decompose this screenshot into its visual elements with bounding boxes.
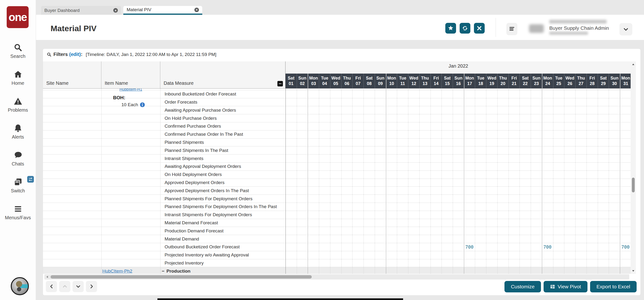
pivot-cell[interactable] [531,89,542,90]
pivot-cell[interactable] [475,243,486,251]
pivot-cell[interactable] [464,90,475,98]
pivot-cell[interactable] [330,243,341,251]
pivot-cell[interactable] [419,90,430,98]
pivot-cell[interactable] [609,259,620,267]
pivot-cell[interactable] [553,179,564,187]
info-icon[interactable] [140,102,145,107]
pivot-cell[interactable] [475,89,486,90]
pivot-cell[interactable] [408,187,419,194]
pivot-cell[interactable] [419,98,430,106]
pivot-cell[interactable] [598,139,609,147]
pivot-cell[interactable] [475,211,486,219]
pivot-cell[interactable] [508,90,520,98]
pivot-cell[interactable] [453,171,464,178]
pivot-cell[interactable] [486,106,497,114]
pivot-cell[interactable] [319,259,330,267]
pivot-cell[interactable] [442,90,453,98]
pivot-cell[interactable] [598,235,609,243]
pivot-cell[interactable] [531,139,542,147]
pivot-cell[interactable] [486,219,497,227]
pivot-cell[interactable] [397,235,408,243]
pivot-cell[interactable] [364,131,375,138]
pivot-cell[interactable] [364,179,375,187]
pivot-cell[interactable] [475,219,486,227]
pivot-cell[interactable] [497,106,508,114]
pivot-cell[interactable] [442,235,453,243]
pivot-cell[interactable] [442,227,453,235]
pivot-cell[interactable] [375,139,386,147]
pivot-cell[interactable] [520,259,531,267]
pivot-cell[interactable] [364,203,375,211]
pivot-cell[interactable] [352,98,364,106]
pivot-cell[interactable] [286,227,297,235]
pivot-cell[interactable] [419,163,430,170]
pivot-cell[interactable] [553,106,564,114]
pivot-cell[interactable] [553,131,564,138]
pivot-cell[interactable] [598,122,609,130]
sidebar-item-search[interactable]: Search [0,38,36,65]
pivot-cell[interactable] [442,163,453,170]
customize-button[interactable]: Customize [504,281,541,292]
pivot-cell[interactable] [297,154,308,162]
pivot-cell[interactable] [297,243,308,251]
pivot-cell[interactable] [297,251,308,259]
pivot-cell[interactable] [620,259,631,267]
pivot-cell[interactable] [330,131,341,138]
pivot-cell[interactable] [542,122,553,130]
pivot-cell[interactable] [286,203,297,211]
pivot-cell[interactable] [553,122,564,130]
pivot-cell[interactable] [520,187,531,194]
pivot-cell[interactable] [575,98,586,106]
pivot-cell[interactable] [375,195,386,203]
pivot-cell[interactable] [542,179,553,187]
pivot-cell[interactable] [430,203,442,211]
pivot-cell[interactable] [531,154,542,162]
pivot-cell[interactable] [297,203,308,211]
pivot-cell[interactable] [609,179,620,187]
pivot-cell[interactable] [464,147,475,154]
pivot-cell[interactable] [620,154,631,162]
pivot-cell[interactable] [386,211,397,219]
pivot-cell[interactable] [397,98,408,106]
pivot-cell[interactable] [598,90,609,98]
collapse-all-button[interactable] [278,81,283,86]
pivot-cell[interactable] [586,171,598,178]
pivot-cell[interactable] [352,211,364,219]
pivot-cell[interactable] [375,147,386,154]
pivot-cell[interactable] [386,195,397,203]
pivot-cell[interactable] [308,122,319,130]
pivot-cell[interactable] [620,89,631,90]
pivot-cell[interactable] [553,211,564,219]
pivot-cell[interactable] [297,187,308,194]
pivot-cell[interactable] [620,122,631,130]
pivot-cell[interactable] [486,243,497,251]
pivot-cell[interactable] [453,187,464,194]
pivot-cell[interactable] [520,267,531,274]
user-avatar[interactable] [11,277,29,295]
pivot-cell[interactable] [319,187,330,194]
favorite-button[interactable] [445,23,456,34]
pivot-cell[interactable] [341,106,352,114]
pivot-cell[interactable] [586,139,598,147]
pivot-cell[interactable] [564,243,575,251]
pivot-cell[interactable] [575,90,586,98]
pivot-cell[interactable] [375,90,386,98]
tab-close-icon[interactable]: × [194,8,199,12]
pivot-cell[interactable] [497,187,508,194]
pivot-cell[interactable] [620,114,631,122]
pivot-cell[interactable] [330,171,341,178]
pivot-cell[interactable] [419,203,430,211]
pivot-cell[interactable] [542,171,553,178]
pivot-cell[interactable] [464,154,475,162]
pivot-cell[interactable] [453,98,464,106]
pivot-cell[interactable] [497,89,508,90]
pivot-cell[interactable] [364,211,375,219]
pivot-cell[interactable] [330,122,341,130]
pivot-cell[interactable] [564,171,575,178]
pivot-cell[interactable] [575,106,586,114]
sidebar-item-alerts[interactable]: Alerts [0,118,36,145]
pivot-cell[interactable] [319,195,330,203]
pivot-cell[interactable] [341,147,352,154]
pivot-cell[interactable] [286,267,297,274]
pivot-cell[interactable] [375,235,386,243]
